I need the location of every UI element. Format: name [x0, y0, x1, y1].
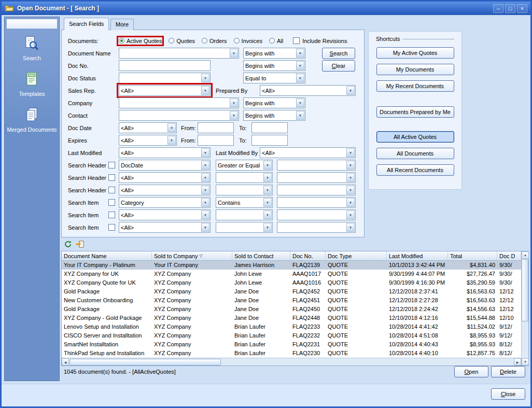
- dropdown-arrow-icon[interactable]: ▼: [296, 111, 304, 120]
- dropdown-arrow-icon[interactable]: ▼: [167, 123, 176, 132]
- doc-no-input[interactable]: [119, 60, 211, 71]
- table-row[interactable]: Your IT Company - PlatinumYour IT Compan…: [62, 261, 521, 270]
- expires-combo[interactable]: <All> ▼: [119, 135, 177, 146]
- table-row[interactable]: Gold PackageXYZ CompanyJane DoeFLAQ2452Q…: [62, 287, 521, 296]
- clear-button[interactable]: Clear: [322, 60, 355, 72]
- include-revisions-checkbox[interactable]: [293, 37, 300, 44]
- dropdown-arrow-icon[interactable]: ▼: [167, 136, 176, 145]
- expires-from-input[interactable]: [198, 135, 234, 146]
- shortcut-my-recent-documents-button[interactable]: My Recent Documents: [376, 80, 454, 92]
- minimize-icon[interactable]: –: [493, 4, 503, 13]
- column-header-doc-d[interactable]: Doc D: [497, 251, 521, 261]
- doc-date-to-input[interactable]: [251, 122, 288, 133]
- dropdown-arrow-icon[interactable]: ▼: [230, 99, 238, 107]
- dropdown-arrow-icon[interactable]: ▼: [346, 210, 355, 219]
- radio-orders[interactable]: Orders: [202, 38, 227, 44]
- sidebar-item-search[interactable]: Search: [23, 36, 41, 61]
- sales-rep-combo[interactable]: <All> ▼: [119, 85, 211, 96]
- dropdown-arrow-icon[interactable]: ▼: [346, 86, 355, 95]
- search-item-2-checkbox[interactable]: [108, 212, 115, 218]
- search-button[interactable]: Search: [322, 48, 355, 59]
- close-button[interactable]: Close: [491, 388, 525, 400]
- radio-quotes[interactable]: Quotes: [169, 38, 194, 44]
- contact-input[interactable]: [119, 111, 229, 120]
- search-header-2-op-combo[interactable]: ▼: [216, 172, 273, 183]
- dropdown-arrow-icon[interactable]: ▼: [201, 148, 209, 157]
- search-header-1-op-combo[interactable]: Greater or Equal▼: [216, 160, 273, 171]
- scroll-right-icon[interactable]: ▶: [514, 358, 521, 365]
- dropdown-arrow-icon[interactable]: ▼: [201, 173, 209, 182]
- dropdown-arrow-icon[interactable]: ▼: [346, 186, 355, 194]
- search-header-3-field-combo[interactable]: <All>▼: [119, 185, 211, 195]
- shortcut-all-active-quotes-button[interactable]: All Active Quotes: [376, 131, 454, 143]
- table-row[interactable]: XYZ Company Quote for UKXYZ CompanyJohn …: [62, 278, 521, 287]
- company-input[interactable]: [119, 99, 229, 107]
- sidebar-item-merged-documents[interactable]: Merged Documents: [7, 107, 57, 133]
- maximize-icon[interactable]: □: [505, 4, 515, 13]
- document-name-combo[interactable]: ▼: [119, 48, 239, 59]
- table-row[interactable]: CISCO Server and InstalltationXYZ Compan…: [62, 331, 521, 340]
- search-header-1-checkbox[interactable]: [108, 162, 115, 168]
- search-header-3-checkbox[interactable]: [108, 187, 115, 193]
- dropdown-arrow-icon[interactable]: ▼: [263, 223, 272, 232]
- column-header-sold-to-company[interactable]: Sold to Company▽: [152, 251, 232, 261]
- radio-all[interactable]: All: [269, 38, 283, 44]
- radio-invoices[interactable]: Invoices: [234, 38, 262, 44]
- search-item-2-op-combo[interactable]: ▼: [216, 209, 273, 220]
- table-row[interactable]: ThinkPad Setup and InstallationXYZ Compa…: [62, 349, 521, 358]
- company-combo[interactable]: ▼: [119, 97, 239, 108]
- dropdown-arrow-icon[interactable]: ▼: [296, 74, 304, 82]
- dropdown-arrow-icon[interactable]: ▼: [201, 186, 209, 194]
- table-row[interactable]: Gold PackageXYZ CompanyJane DoeFLAQ2450Q…: [62, 305, 521, 314]
- radio-active-quotes[interactable]: Active Quotes: [119, 38, 162, 44]
- doc-date-from-input[interactable]: [198, 122, 234, 133]
- shortcut-all-recent-documents-button[interactable]: All Recent Documents: [376, 164, 454, 176]
- dropdown-arrow-icon[interactable]: ▼: [263, 173, 272, 182]
- dropdown-arrow-icon[interactable]: ▼: [296, 49, 304, 58]
- dropdown-arrow-icon[interactable]: ▼: [230, 111, 238, 120]
- table-row[interactable]: New Customer OnboardingXYZ CompanyJane D…: [62, 296, 521, 305]
- dropdown-arrow-icon[interactable]: ▼: [346, 161, 355, 170]
- search-item-1-field-combo[interactable]: Category▼: [119, 197, 211, 208]
- dropdown-arrow-icon[interactable]: ▼: [201, 223, 209, 232]
- column-header-sold-to-contact[interactable]: Sold to Contact: [232, 251, 290, 261]
- vertical-scroll-thumb[interactable]: [522, 259, 528, 321]
- contact-op-combo[interactable]: Begins with ▼: [243, 110, 305, 121]
- dropdown-arrow-icon[interactable]: ▼: [201, 198, 209, 207]
- refresh-icon[interactable]: [63, 240, 72, 248]
- search-header-3-value-combo[interactable]: ▼: [277, 185, 356, 195]
- horizontal-scrollbar[interactable]: ◀ ▶: [62, 358, 521, 365]
- dropdown-arrow-icon[interactable]: ▼: [346, 148, 355, 157]
- search-header-1-value-combo[interactable]: ▼: [277, 160, 356, 171]
- dropdown-arrow-icon[interactable]: ▼: [296, 61, 304, 70]
- dropdown-arrow-icon[interactable]: ▼: [201, 74, 209, 82]
- doc-status-op-combo[interactable]: Equal to ▼: [243, 73, 305, 83]
- table-row[interactable]: XYZ Company for UKXYZ CompanyJohn LeweAA…: [62, 270, 521, 278]
- document-name-op-combo[interactable]: Begins with ▼: [243, 48, 305, 59]
- last-modified-combo[interactable]: <All> ▼: [119, 147, 211, 158]
- search-header-2-value-combo[interactable]: ▼: [277, 172, 356, 183]
- search-item-3-checkbox[interactable]: [108, 224, 115, 231]
- dropdown-arrow-icon[interactable]: ▼: [263, 198, 272, 207]
- expires-to-input[interactable]: [251, 135, 288, 146]
- scroll-up-icon[interactable]: ▲: [522, 251, 529, 259]
- document-name-input[interactable]: [119, 49, 229, 58]
- sidebar-item-templates[interactable]: Templates: [19, 72, 45, 97]
- column-header-last-modified[interactable]: Last Modified: [387, 251, 448, 261]
- search-item-2-field-combo[interactable]: <All>▼: [119, 209, 211, 220]
- last-modified-by-combo[interactable]: <All> ▼: [260, 147, 356, 158]
- search-header-2-checkbox[interactable]: [108, 174, 115, 181]
- doc-date-combo[interactable]: <All> ▼: [119, 122, 177, 133]
- dropdown-arrow-icon[interactable]: ▼: [201, 161, 209, 170]
- shortcut-my-documents-button[interactable]: My Documents: [376, 64, 454, 75]
- tab-search-fields[interactable]: Search Fields: [64, 18, 109, 30]
- radio-icon[interactable]: [119, 38, 124, 44]
- dropdown-arrow-icon[interactable]: ▼: [230, 49, 238, 58]
- search-header-3-op-combo[interactable]: ▼: [216, 185, 273, 195]
- dropdown-arrow-icon[interactable]: ▼: [346, 173, 355, 182]
- dropdown-arrow-icon[interactable]: ▼: [201, 86, 209, 95]
- column-header-total[interactable]: Total: [448, 251, 497, 261]
- radio-icon[interactable]: [234, 38, 240, 44]
- dropdown-arrow-icon[interactable]: ▼: [263, 186, 272, 194]
- export-icon[interactable]: [75, 240, 84, 248]
